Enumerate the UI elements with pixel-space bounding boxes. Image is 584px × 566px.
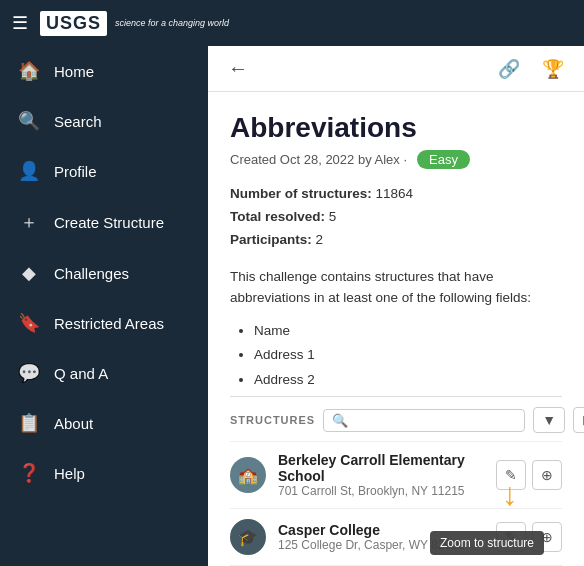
content-main: Abbreviations Created Oct 28, 2022 by Al… — [208, 92, 584, 566]
list-item-address1: Address 1 — [254, 343, 562, 367]
sidebar-item-about[interactable]: 📋 About — [0, 398, 208, 448]
sidebar-label-create: Create Structure — [54, 214, 164, 231]
trophy-button[interactable]: 🏆 — [536, 54, 570, 84]
challenge-stats: Number of structures: 11864 Total resolv… — [230, 183, 562, 252]
logo-area: USGS science for a changing world — [40, 11, 229, 36]
stat-resolved: Total resolved: 5 — [230, 206, 562, 229]
stat-structures: Number of structures: 11864 — [230, 183, 562, 206]
structure-item-casper[interactable]: 🎓 Casper College 125 College Dr, Casper,… — [230, 509, 562, 566]
search-structures-input[interactable] — [348, 413, 516, 428]
list-item-address2: Address 2 — [254, 368, 562, 392]
content-header: ← 🔗 🏆 — [208, 46, 584, 92]
sidebar-item-qanda[interactable]: 💬 Q and A — [0, 348, 208, 398]
sidebar-label-home: Home — [54, 63, 94, 80]
sidebar-item-search[interactable]: 🔍 Search — [0, 96, 208, 146]
structures-dropdown-button[interactable]: ▼ — [533, 407, 565, 433]
search-structures-bar[interactable]: 🔍 — [323, 409, 525, 432]
sidebar-label-profile: Profile — [54, 163, 97, 180]
sidebar-item-home[interactable]: 🏠 Home — [0, 46, 208, 96]
stat-participants: Participants: 2 — [230, 229, 562, 252]
structure-address-berkeley: 701 Carroll St, Brooklyn, NY 11215 — [278, 484, 484, 498]
zoom-arrow-icon: ↓ — [502, 476, 518, 513]
challenges-icon: ◆ — [18, 262, 40, 284]
structure-avatar-berkeley: 🏫 — [230, 457, 266, 493]
sidebar-label-search: Search — [54, 113, 102, 130]
sidebar-label-about: About — [54, 415, 93, 432]
sidebar-label-challenges: Challenges — [54, 265, 129, 282]
home-icon: 🏠 — [18, 60, 40, 82]
structures-bar: STRUCTURES 🔍 ▼ ⊞ ☰ — [230, 396, 562, 441]
sidebar-item-challenges[interactable]: ◆ Challenges — [0, 248, 208, 298]
content-scroll[interactable]: Abbreviations Created Oct 28, 2022 by Al… — [208, 92, 584, 396]
challenge-list: Name Address 1 Address 2 City — [230, 319, 562, 396]
link-button[interactable]: 🔗 — [492, 54, 526, 84]
list-item-name: Name — [254, 319, 562, 343]
hamburger-menu-icon[interactable]: ☰ — [12, 12, 28, 34]
challenge-meta-text: Created Oct 28, 2022 by Alex · — [230, 152, 407, 167]
main-layout: 🏠 Home 🔍 Search 👤 Profile ＋ Create Struc… — [0, 46, 584, 566]
structure-info-berkeley: Berkeley Carroll Elementary School 701 C… — [278, 452, 484, 498]
challenge-description: This challenge contains structures that … — [230, 266, 562, 309]
sidebar-item-create-structure[interactable]: ＋ Create Structure — [0, 196, 208, 248]
about-icon: 📋 — [18, 412, 40, 434]
search-icon: 🔍 — [18, 110, 40, 132]
search-structures-icon: 🔍 — [332, 413, 348, 428]
logo-text: USGS — [46, 13, 101, 33]
structures-section: STRUCTURES 🔍 ▼ ⊞ ☰ 🏫 Berkeley Carroll El… — [208, 396, 584, 566]
structure-avatar-casper: 🎓 — [230, 519, 266, 555]
structure-name-berkeley: Berkeley Carroll Elementary School — [278, 452, 484, 484]
plus-icon: ＋ — [18, 210, 40, 234]
structures-grid-button[interactable]: ⊞ — [573, 407, 584, 433]
locate-button-casper[interactable]: ⊕ — [532, 522, 562, 552]
restricted-icon: 🔖 — [18, 312, 40, 334]
sidebar-label-help: Help — [54, 465, 85, 482]
logo-subtitle: science for a changing world — [115, 18, 229, 28]
structure-actions-casper: ✎ ⊕ — [496, 522, 562, 552]
sidebar-label-qanda: Q and A — [54, 365, 108, 382]
challenge-badge: Easy — [417, 150, 470, 169]
sidebar-item-help[interactable]: ❓ Help — [0, 448, 208, 498]
structures-list: 🏫 Berkeley Carroll Elementary School 701… — [230, 441, 562, 566]
edit-button-casper[interactable]: ✎ — [496, 522, 526, 552]
structure-address-casper: 125 College Dr, Casper, WY 82601 — [278, 538, 484, 552]
locate-button-berkeley[interactable]: ⊕ — [532, 460, 562, 490]
sidebar-label-restricted: Restricted Areas — [54, 315, 164, 332]
logo-box: USGS — [40, 11, 107, 36]
content-area: ← 🔗 🏆 Abbreviations Created Oct 28, 2022… — [208, 46, 584, 566]
help-icon: ❓ — [18, 462, 40, 484]
chat-icon: 💬 — [18, 362, 40, 384]
top-bar: ☰ USGS science for a changing world — [0, 0, 584, 46]
back-button[interactable]: ← — [222, 53, 254, 84]
sidebar-item-restricted-areas[interactable]: 🔖 Restricted Areas — [0, 298, 208, 348]
challenge-title: Abbreviations — [230, 112, 562, 144]
structures-label: STRUCTURES — [230, 414, 315, 426]
structure-info-casper: Casper College 125 College Dr, Casper, W… — [278, 522, 484, 552]
structure-name-casper: Casper College — [278, 522, 484, 538]
challenge-meta: Created Oct 28, 2022 by Alex · Easy — [230, 150, 562, 169]
profile-icon: 👤 — [18, 160, 40, 182]
sidebar: 🏠 Home 🔍 Search 👤 Profile ＋ Create Struc… — [0, 46, 208, 566]
sidebar-item-profile[interactable]: 👤 Profile — [0, 146, 208, 196]
